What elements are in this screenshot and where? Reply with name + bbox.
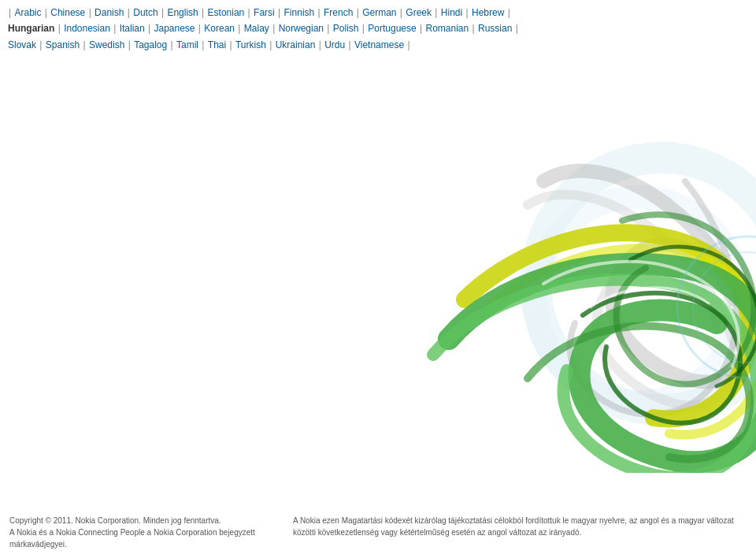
lang-separator: |	[227, 39, 235, 50]
language-link[interactable]: English	[167, 7, 198, 18]
language-link[interactable]: Vietnamese	[354, 39, 404, 50]
lang-separator: |	[146, 23, 154, 34]
language-link[interactable]: German	[362, 7, 396, 18]
language-link[interactable]: Japanese	[154, 23, 195, 34]
footer-left: Copyright © 2011. Nokia Corporation. Min…	[9, 515, 261, 550]
lang-separator: |	[432, 7, 440, 18]
language-link[interactable]: Tagalog	[134, 39, 167, 50]
language-link[interactable]: Slovak	[8, 39, 36, 50]
lang-separator: |	[124, 7, 132, 18]
footer-right: A Nokia ezen Magatartási kódexét kizáról…	[293, 515, 747, 538]
language-link[interactable]: Norwegian	[279, 23, 324, 34]
lang-separator: |	[276, 7, 284, 18]
lang-separator: |	[235, 23, 243, 34]
language-link[interactable]: Swedish	[89, 39, 124, 50]
lang-separator: |	[346, 39, 354, 50]
copyright-line2: A Nokia és a Nokia Connecting People a N…	[9, 526, 261, 550]
language-link[interactable]: Italian	[120, 23, 145, 34]
language-link[interactable]: Hindi	[441, 7, 462, 18]
lang-separator: |	[159, 7, 167, 18]
decorative-graphic	[386, 63, 756, 473]
language-link[interactable]: Finnish	[284, 7, 315, 18]
decorative-area	[362, 0, 756, 473]
language-link[interactable]: Polish	[333, 23, 359, 34]
lang-separator: |	[315, 7, 323, 18]
lang-separator: |	[86, 7, 94, 18]
lang-separator: |	[469, 23, 477, 34]
lang-separator: |	[125, 39, 133, 50]
lang-separator: |	[505, 7, 510, 18]
language-link[interactable]: Romanian	[425, 23, 469, 34]
language-link[interactable]: Russian	[478, 23, 512, 34]
language-link[interactable]: Spanish	[46, 39, 80, 50]
lang-separator: |	[42, 7, 50, 18]
language-link[interactable]: Turkish	[235, 39, 266, 50]
lang-separator: |	[267, 39, 275, 50]
lang-separator: |	[80, 39, 88, 50]
language-nav: | Arabic | Chinese | Danish | Dutch | En…	[0, 0, 551, 54]
language-link[interactable]: Greek	[406, 7, 432, 18]
language-list: | Arabic | Chinese | Danish | Dutch | En…	[8, 5, 543, 53]
lang-separator: |	[168, 39, 176, 50]
language-link[interactable]: Ukrainian	[276, 39, 316, 50]
footer: Copyright © 2011. Nokia Corporation. Min…	[0, 508, 756, 558]
language-link[interactable]: Malay	[244, 23, 269, 34]
lang-separator: |	[199, 7, 207, 18]
lang-separator: |	[55, 23, 63, 34]
lang-separator: |	[417, 23, 425, 34]
language-link[interactable]: Dutch	[133, 7, 158, 18]
language-link[interactable]: Estonian	[208, 7, 245, 18]
lang-separator: |	[316, 39, 324, 50]
copyright-line1: Copyright © 2011. Nokia Corporation. Min…	[9, 515, 261, 526]
language-link[interactable]: Farsi	[254, 7, 275, 18]
language-link[interactable]: Portuguese	[368, 23, 416, 34]
lang-separator: |	[270, 23, 278, 34]
language-link[interactable]: Tamil	[176, 39, 198, 50]
language-link[interactable]: Danish	[94, 7, 124, 18]
lang-separator: |	[360, 23, 368, 34]
language-link[interactable]: Indonesian	[64, 23, 110, 34]
language-link[interactable]: Arabic	[14, 7, 41, 18]
lang-separator: |	[199, 39, 207, 50]
lang-separator: |	[463, 7, 471, 18]
page-wrapper: | Arabic | Chinese | Danish | Dutch | En…	[0, 0, 756, 558]
lang-separator: |	[405, 39, 410, 50]
lang-separator: |	[37, 39, 45, 50]
lang-separator: |	[111, 23, 119, 34]
lang-separator: |	[245, 7, 253, 18]
language-link[interactable]: Hebrew	[472, 7, 504, 18]
lang-separator: |	[9, 7, 13, 18]
language-link[interactable]: Chinese	[50, 7, 85, 18]
language-link[interactable]: Urdu	[324, 39, 345, 50]
lang-separator: |	[513, 23, 517, 34]
current-language: Hungarian	[8, 23, 54, 34]
lang-separator: |	[196, 23, 204, 34]
language-link[interactable]: Thai	[208, 39, 226, 50]
lang-separator: |	[324, 23, 332, 34]
lang-separator: |	[398, 7, 406, 18]
language-link[interactable]: French	[324, 7, 353, 18]
language-link[interactable]: Korean	[204, 23, 235, 34]
lang-separator: |	[354, 7, 361, 18]
